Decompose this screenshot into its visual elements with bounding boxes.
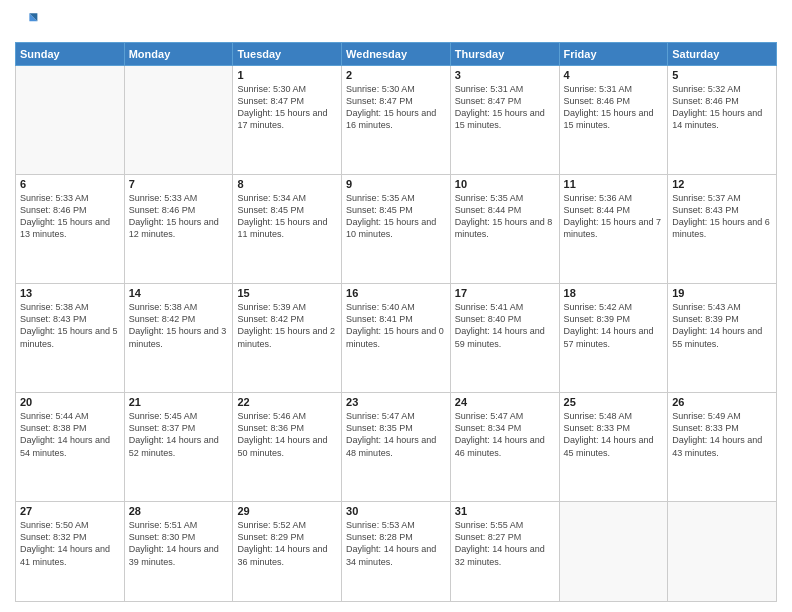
day-number: 14	[129, 287, 229, 299]
day-number: 15	[237, 287, 337, 299]
cell-info: Sunrise: 5:30 AMSunset: 8:47 PMDaylight:…	[346, 83, 446, 132]
calendar-cell: 27Sunrise: 5:50 AMSunset: 8:32 PMDayligh…	[16, 502, 125, 602]
calendar-cell: 14Sunrise: 5:38 AMSunset: 8:42 PMDayligh…	[124, 284, 233, 393]
calendar-cell: 8Sunrise: 5:34 AMSunset: 8:45 PMDaylight…	[233, 175, 342, 284]
day-number: 11	[564, 178, 664, 190]
cell-info: Sunrise: 5:45 AMSunset: 8:37 PMDaylight:…	[129, 410, 229, 459]
cell-info: Sunrise: 5:32 AMSunset: 8:46 PMDaylight:…	[672, 83, 772, 132]
weekday-header-row: SundayMondayTuesdayWednesdayThursdayFrid…	[16, 43, 777, 66]
day-number: 17	[455, 287, 555, 299]
calendar-cell: 13Sunrise: 5:38 AMSunset: 8:43 PMDayligh…	[16, 284, 125, 393]
cell-info: Sunrise: 5:33 AMSunset: 8:46 PMDaylight:…	[20, 192, 120, 241]
day-number: 27	[20, 505, 120, 517]
day-number: 26	[672, 396, 772, 408]
calendar-cell: 16Sunrise: 5:40 AMSunset: 8:41 PMDayligh…	[342, 284, 451, 393]
day-number: 29	[237, 505, 337, 517]
day-number: 5	[672, 69, 772, 81]
cell-info: Sunrise: 5:53 AMSunset: 8:28 PMDaylight:…	[346, 519, 446, 568]
calendar-cell: 9Sunrise: 5:35 AMSunset: 8:45 PMDaylight…	[342, 175, 451, 284]
calendar-cell: 31Sunrise: 5:55 AMSunset: 8:27 PMDayligh…	[450, 502, 559, 602]
calendar-cell: 10Sunrise: 5:35 AMSunset: 8:44 PMDayligh…	[450, 175, 559, 284]
weekday-header-wednesday: Wednesday	[342, 43, 451, 66]
day-number: 9	[346, 178, 446, 190]
weekday-header-monday: Monday	[124, 43, 233, 66]
calendar-cell: 17Sunrise: 5:41 AMSunset: 8:40 PMDayligh…	[450, 284, 559, 393]
day-number: 6	[20, 178, 120, 190]
calendar-cell: 7Sunrise: 5:33 AMSunset: 8:46 PMDaylight…	[124, 175, 233, 284]
cell-info: Sunrise: 5:43 AMSunset: 8:39 PMDaylight:…	[672, 301, 772, 350]
calendar-cell	[668, 502, 777, 602]
calendar-cell: 15Sunrise: 5:39 AMSunset: 8:42 PMDayligh…	[233, 284, 342, 393]
day-number: 18	[564, 287, 664, 299]
page: SundayMondayTuesdayWednesdayThursdayFrid…	[0, 0, 792, 612]
calendar-cell: 1Sunrise: 5:30 AMSunset: 8:47 PMDaylight…	[233, 66, 342, 175]
calendar-cell: 11Sunrise: 5:36 AMSunset: 8:44 PMDayligh…	[559, 175, 668, 284]
logo-icon	[15, 10, 39, 34]
cell-info: Sunrise: 5:34 AMSunset: 8:45 PMDaylight:…	[237, 192, 337, 241]
cell-info: Sunrise: 5:35 AMSunset: 8:44 PMDaylight:…	[455, 192, 555, 241]
calendar-table: SundayMondayTuesdayWednesdayThursdayFrid…	[15, 42, 777, 602]
cell-info: Sunrise: 5:35 AMSunset: 8:45 PMDaylight:…	[346, 192, 446, 241]
calendar-cell: 3Sunrise: 5:31 AMSunset: 8:47 PMDaylight…	[450, 66, 559, 175]
header	[15, 10, 777, 34]
cell-info: Sunrise: 5:31 AMSunset: 8:46 PMDaylight:…	[564, 83, 664, 132]
cell-info: Sunrise: 5:40 AMSunset: 8:41 PMDaylight:…	[346, 301, 446, 350]
day-number: 12	[672, 178, 772, 190]
calendar-week-3: 13Sunrise: 5:38 AMSunset: 8:43 PMDayligh…	[16, 284, 777, 393]
cell-info: Sunrise: 5:31 AMSunset: 8:47 PMDaylight:…	[455, 83, 555, 132]
logo	[15, 10, 43, 34]
cell-info: Sunrise: 5:47 AMSunset: 8:34 PMDaylight:…	[455, 410, 555, 459]
day-number: 24	[455, 396, 555, 408]
cell-info: Sunrise: 5:46 AMSunset: 8:36 PMDaylight:…	[237, 410, 337, 459]
day-number: 8	[237, 178, 337, 190]
calendar-cell	[16, 66, 125, 175]
day-number: 25	[564, 396, 664, 408]
weekday-header-tuesday: Tuesday	[233, 43, 342, 66]
weekday-header-friday: Friday	[559, 43, 668, 66]
cell-info: Sunrise: 5:51 AMSunset: 8:30 PMDaylight:…	[129, 519, 229, 568]
cell-info: Sunrise: 5:47 AMSunset: 8:35 PMDaylight:…	[346, 410, 446, 459]
day-number: 13	[20, 287, 120, 299]
cell-info: Sunrise: 5:44 AMSunset: 8:38 PMDaylight:…	[20, 410, 120, 459]
calendar-cell: 25Sunrise: 5:48 AMSunset: 8:33 PMDayligh…	[559, 393, 668, 502]
cell-info: Sunrise: 5:41 AMSunset: 8:40 PMDaylight:…	[455, 301, 555, 350]
day-number: 4	[564, 69, 664, 81]
calendar-cell	[559, 502, 668, 602]
cell-info: Sunrise: 5:37 AMSunset: 8:43 PMDaylight:…	[672, 192, 772, 241]
calendar-cell: 4Sunrise: 5:31 AMSunset: 8:46 PMDaylight…	[559, 66, 668, 175]
calendar-cell: 20Sunrise: 5:44 AMSunset: 8:38 PMDayligh…	[16, 393, 125, 502]
day-number: 28	[129, 505, 229, 517]
cell-info: Sunrise: 5:48 AMSunset: 8:33 PMDaylight:…	[564, 410, 664, 459]
calendar-cell: 29Sunrise: 5:52 AMSunset: 8:29 PMDayligh…	[233, 502, 342, 602]
day-number: 1	[237, 69, 337, 81]
day-number: 2	[346, 69, 446, 81]
calendar-week-1: 1Sunrise: 5:30 AMSunset: 8:47 PMDaylight…	[16, 66, 777, 175]
cell-info: Sunrise: 5:55 AMSunset: 8:27 PMDaylight:…	[455, 519, 555, 568]
calendar-week-4: 20Sunrise: 5:44 AMSunset: 8:38 PMDayligh…	[16, 393, 777, 502]
cell-info: Sunrise: 5:49 AMSunset: 8:33 PMDaylight:…	[672, 410, 772, 459]
calendar-cell: 5Sunrise: 5:32 AMSunset: 8:46 PMDaylight…	[668, 66, 777, 175]
calendar-cell: 12Sunrise: 5:37 AMSunset: 8:43 PMDayligh…	[668, 175, 777, 284]
calendar-cell: 2Sunrise: 5:30 AMSunset: 8:47 PMDaylight…	[342, 66, 451, 175]
cell-info: Sunrise: 5:30 AMSunset: 8:47 PMDaylight:…	[237, 83, 337, 132]
weekday-header-thursday: Thursday	[450, 43, 559, 66]
day-number: 30	[346, 505, 446, 517]
cell-info: Sunrise: 5:38 AMSunset: 8:43 PMDaylight:…	[20, 301, 120, 350]
day-number: 3	[455, 69, 555, 81]
cell-info: Sunrise: 5:36 AMSunset: 8:44 PMDaylight:…	[564, 192, 664, 241]
weekday-header-saturday: Saturday	[668, 43, 777, 66]
cell-info: Sunrise: 5:42 AMSunset: 8:39 PMDaylight:…	[564, 301, 664, 350]
calendar-cell: 6Sunrise: 5:33 AMSunset: 8:46 PMDaylight…	[16, 175, 125, 284]
cell-info: Sunrise: 5:38 AMSunset: 8:42 PMDaylight:…	[129, 301, 229, 350]
calendar-cell: 26Sunrise: 5:49 AMSunset: 8:33 PMDayligh…	[668, 393, 777, 502]
calendar-week-2: 6Sunrise: 5:33 AMSunset: 8:46 PMDaylight…	[16, 175, 777, 284]
calendar-cell: 22Sunrise: 5:46 AMSunset: 8:36 PMDayligh…	[233, 393, 342, 502]
calendar-week-5: 27Sunrise: 5:50 AMSunset: 8:32 PMDayligh…	[16, 502, 777, 602]
calendar-cell: 19Sunrise: 5:43 AMSunset: 8:39 PMDayligh…	[668, 284, 777, 393]
cell-info: Sunrise: 5:39 AMSunset: 8:42 PMDaylight:…	[237, 301, 337, 350]
calendar-cell	[124, 66, 233, 175]
day-number: 23	[346, 396, 446, 408]
day-number: 10	[455, 178, 555, 190]
day-number: 7	[129, 178, 229, 190]
day-number: 22	[237, 396, 337, 408]
